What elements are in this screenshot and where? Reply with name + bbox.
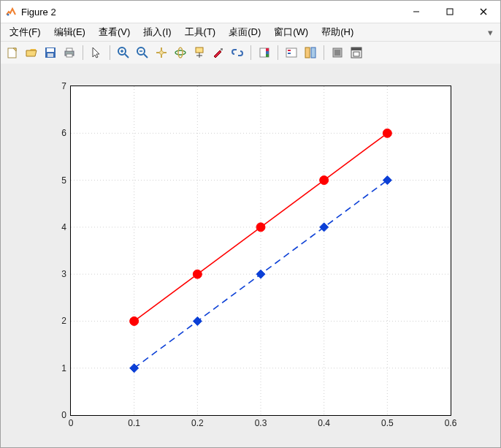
marker-diamond: [383, 176, 391, 185]
svg-rect-31: [266, 54, 269, 57]
ytick-label: 6: [61, 128, 71, 138]
matlab-icon: [5, 6, 17, 18]
zoom-in-icon[interactable]: [115, 44, 132, 61]
brush-icon[interactable]: [210, 44, 227, 61]
new-figure-icon[interactable]: [4, 44, 21, 61]
svg-point-21: [160, 51, 164, 55]
xtick-label: 0.2: [191, 415, 204, 428]
menu-tools[interactable]: 工具(T): [179, 24, 222, 40]
svg-rect-12: [66, 48, 72, 51]
svg-rect-3: [447, 9, 453, 15]
ytick-label: 0: [61, 410, 71, 420]
toolbar: [1, 42, 500, 64]
svg-point-22: [175, 50, 186, 55]
toolbar-separator: [324, 45, 324, 60]
menu-view[interactable]: 查看(V): [93, 24, 136, 40]
plot-tools-icon[interactable]: [302, 44, 319, 61]
menu-edit[interactable]: 编辑(E): [48, 24, 91, 40]
menubar: 文件(F) 编辑(E) 查看(V) 插入(I) 工具(T) 桌面(D) 窗口(W…: [1, 23, 500, 42]
dock-icon[interactable]: [348, 44, 365, 61]
print-icon[interactable]: [61, 44, 78, 61]
marker-circle: [193, 270, 202, 278]
xtick-label: 0.5: [381, 415, 394, 428]
maximize-button[interactable]: [433, 1, 467, 23]
ytick-label: 7: [61, 81, 71, 91]
svg-rect-13: [66, 54, 72, 57]
menu-insert[interactable]: 插入(I): [137, 24, 177, 40]
marker-diamond: [256, 270, 265, 278]
ytick-label: 2: [61, 316, 71, 326]
svg-point-23: [178, 48, 183, 58]
marker-circle: [383, 129, 391, 137]
marker-diamond: [320, 223, 329, 232]
svg-rect-30: [266, 48, 269, 51]
chart-axes[interactable]: 00.10.20.30.40.50.601234567: [70, 86, 451, 416]
toolbar-separator: [278, 45, 278, 60]
menu-help[interactable]: 帮助(H): [315, 24, 359, 40]
ytick-label: 1: [61, 363, 71, 373]
svg-point-1: [7, 14, 9, 16]
toolbar-separator: [250, 45, 251, 60]
xtick-label: 0.6: [445, 415, 457, 428]
svg-line-15: [125, 54, 129, 58]
colorbar-icon[interactable]: [256, 44, 273, 61]
marker-circle: [130, 316, 139, 325]
link-icon[interactable]: [229, 44, 246, 61]
menu-window[interactable]: 窗口(W): [268, 24, 314, 40]
marker-diamond: [193, 316, 202, 325]
svg-rect-10: [47, 53, 53, 57]
data-cursor-icon[interactable]: [191, 44, 208, 61]
xtick-label: 0.4: [318, 415, 330, 428]
figure-window: Figure 2 文件(F) 编辑(E) 查看(V) 插入(I) 工具(T) 桌…: [0, 0, 501, 448]
svg-rect-35: [305, 48, 310, 58]
zoom-out-icon[interactable]: [134, 44, 151, 61]
svg-rect-38: [334, 50, 340, 56]
menu-file[interactable]: 文件(F): [4, 24, 47, 40]
svg-rect-36: [311, 48, 315, 58]
open-icon[interactable]: [23, 44, 40, 61]
svg-rect-41: [353, 52, 359, 56]
ytick-label: 5: [61, 175, 71, 186]
pointer-icon[interactable]: [88, 44, 105, 61]
toolbar-separator: [83, 45, 83, 60]
xtick-label: 0.1: [128, 415, 140, 428]
window-title: Figure 2: [21, 7, 56, 18]
titlebar: Figure 2: [1, 1, 500, 23]
hide-tools-icon[interactable]: [329, 44, 346, 61]
svg-rect-24: [196, 48, 203, 53]
toolbar-separator: [110, 45, 110, 60]
ytick-label: 4: [61, 222, 71, 232]
minimize-button[interactable]: [399, 1, 433, 23]
plot-area: 00.10.20.30.40.50.601234567: [1, 64, 500, 447]
marker-circle: [320, 176, 329, 185]
marker-diamond: [130, 364, 139, 373]
svg-rect-9: [47, 48, 54, 52]
chart-svg: [71, 86, 451, 415]
marker-circle: [256, 223, 265, 232]
close-button[interactable]: [467, 1, 500, 23]
ytick-label: 3: [61, 269, 71, 279]
menu-desktop[interactable]: 桌面(D): [223, 24, 267, 40]
legend-icon[interactable]: [283, 44, 300, 61]
svg-rect-40: [351, 48, 362, 50]
svg-line-19: [144, 54, 148, 58]
menu-overflow-icon[interactable]: ▾: [483, 27, 497, 38]
save-icon[interactable]: [42, 44, 59, 61]
xtick-label: 0.3: [255, 415, 267, 428]
svg-rect-27: [221, 48, 223, 50]
rotate3d-icon[interactable]: [172, 44, 189, 61]
pan-icon[interactable]: [153, 44, 170, 61]
